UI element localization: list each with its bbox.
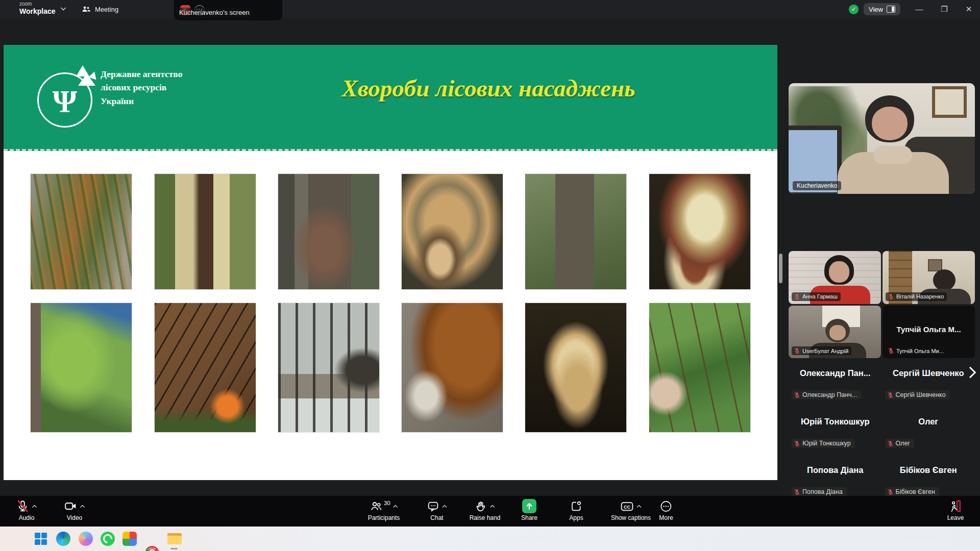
tab-meeting[interactable]: Meeting [77, 0, 124, 18]
raise-hand-button[interactable]: Raise hand [470, 498, 501, 521]
novideo-tile-yurii-tonkoshkur[interactable]: Юрій Тонкошкур Юрій Тонкошкур [789, 406, 882, 454]
photo-withered-stem [154, 173, 256, 290]
novideo-tile-tupchii-olha[interactable]: Тупчій Ольга М... Тупчій Ольга Ми... [883, 306, 975, 359]
muted-mic-icon [888, 347, 894, 354]
meeting-people-icon [82, 5, 91, 13]
show-captions-button[interactable]: CC Show captions [611, 498, 651, 521]
video-tile-anna-harmash[interactable]: Анна Гармаш [789, 251, 881, 304]
muted-mic-icon [794, 293, 800, 300]
scrollbar-thumb[interactable] [779, 254, 782, 283]
muted-mic-icon [794, 489, 800, 495]
view-label: View [869, 6, 883, 13]
apps-icon [570, 500, 582, 513]
video-button[interactable]: Video [64, 498, 85, 521]
windows-taskbar: zm ENG 10:56 04.12.2025 [0, 527, 980, 551]
google-meet-icon[interactable] [122, 532, 137, 546]
brand-workplace: Workplace [19, 7, 56, 15]
participants-button[interactable]: 30 Participants [368, 498, 400, 521]
chat-chevron-icon[interactable] [442, 505, 447, 508]
share-label: Share [521, 514, 537, 521]
leave-door-icon [948, 499, 962, 513]
novideo-tile-oleh[interactable]: Олег Олег [882, 406, 975, 454]
novideo-tile-serhii-shevchenko[interactable]: Сергій Шевченко Сергій Шевченко [882, 357, 975, 406]
video-tile-vitalii-nazarenko[interactable]: Віталій Назаренко [883, 251, 975, 304]
participants-icon [370, 500, 382, 513]
apps-button[interactable]: Apps [569, 498, 583, 521]
participant-name: Анна Гармаш [802, 293, 838, 299]
audio-options-chevron-icon[interactable] [32, 505, 37, 508]
participants-count: 30 [384, 500, 390, 506]
participant-name: Олег [896, 440, 910, 447]
novideo-tile-oleksandr[interactable]: Олександр Пан... Олександр Панч... [789, 357, 882, 406]
photo-oak-trunk-forest [525, 173, 627, 290]
speaker-video-kucheriavenko[interactable]: Kucheriavenko [789, 83, 975, 194]
brand-zoom: zoom [19, 2, 56, 7]
video-tile-userbulat-andrii[interactable]: UserБулат Андрій [789, 306, 881, 359]
novideo-tile-popova-diana[interactable]: Попова Діана Попова Діана [789, 454, 882, 503]
raise-hand-chevron-icon[interactable] [490, 505, 495, 508]
svg-text:CC: CC [624, 504, 630, 509]
leave-label: Leave [947, 514, 964, 521]
chat-label: Chat [430, 514, 443, 521]
start-button-icon[interactable] [34, 532, 48, 546]
file-explorer-icon[interactable] [167, 532, 182, 546]
more-button[interactable]: More [659, 498, 673, 521]
photo-trunk-rust-rot [401, 303, 503, 433]
restore-button[interactable]: ❐ [933, 0, 955, 18]
participant-display-name: Бібіков Євген [882, 465, 975, 475]
tab-screen-share[interactable]: K Kucheriavenko's screen ••• [174, 0, 282, 20]
photo-trunk-burl [278, 173, 380, 290]
share-screen-icon [522, 499, 536, 513]
captions-chevron-icon[interactable] [636, 505, 642, 508]
captions-label: Show captions [611, 514, 651, 521]
participant-name: Сергій Шевченко [896, 391, 946, 398]
audio-button[interactable]: Audio [16, 498, 37, 521]
tile-name-label: UserБулат Андрій [792, 346, 851, 355]
muted-mic-icon [794, 392, 800, 398]
leave-button[interactable]: Leave [947, 498, 964, 521]
participant-name: Олександр Панч... [802, 391, 857, 398]
photo-bracket-fungi [649, 173, 751, 290]
whatsapp-icon[interactable] [101, 532, 115, 546]
share-button[interactable]: Share [521, 498, 537, 521]
chrome-running-indicator [149, 548, 156, 549]
novideo-tile-bibikov-yevhen[interactable]: Бібіков Євген Бібіков Євген [882, 454, 975, 503]
participant-name: Бібіков Євген [896, 488, 935, 495]
video-options-chevron-icon[interactable] [80, 505, 85, 508]
apps-label: Apps [569, 514, 583, 521]
agency-line-1: Державне агентство [101, 67, 218, 81]
participants-chevron-icon[interactable] [393, 505, 398, 508]
agency-name: Державне агентство лісових ресурсів Укра… [101, 67, 218, 108]
workspace-chevron-icon[interactable] [60, 7, 66, 11]
participants-label: Participants [368, 514, 400, 521]
muted-mic-icon [888, 293, 894, 300]
tile-name-label: Олександр Панч... [792, 390, 861, 399]
tile-name-label: Анна Гармаш [792, 292, 841, 301]
muted-mic-icon [887, 489, 894, 495]
video-camera-icon [64, 499, 78, 513]
participant-display-name: Юрій Тонкошкур [789, 417, 882, 427]
photo-row-1 [9, 173, 772, 290]
participant-name: Віталій Назаренко [896, 293, 944, 299]
slide-header-band: Ψ Державне агентство лісових ресурсів Ук… [4, 45, 777, 151]
view-button[interactable]: View [864, 3, 900, 15]
participant-display-name: Сергій Шевченко [882, 368, 975, 378]
minimize-button[interactable]: — [908, 0, 930, 18]
photo-pine-seedlings-browning [30, 173, 132, 290]
raise-hand-icon [475, 500, 487, 513]
chat-button[interactable]: Chat [427, 498, 447, 521]
photo-mistletoe-on-pine [30, 303, 132, 433]
agency-line-3: України [101, 94, 218, 108]
participant-name: Тупчій Ольга Ми... [896, 348, 944, 354]
close-button[interactable]: ✕ [958, 0, 980, 18]
window-tab-bar: zoomWorkplace Meeting K Kucheriavenko's … [0, 0, 980, 18]
tile-name-label: Олег [885, 439, 914, 448]
tile-name-label: Віталій Назаренко [886, 292, 947, 301]
photo-hand-diseased-branch [649, 303, 751, 433]
muted-mic-icon [887, 440, 894, 447]
video-label: Video [67, 514, 82, 521]
edge-browser-icon[interactable] [56, 532, 70, 546]
copilot-icon[interactable] [79, 532, 93, 546]
security-shield-icon[interactable]: ✓ [849, 5, 859, 14]
photo-row-2 [9, 303, 772, 433]
